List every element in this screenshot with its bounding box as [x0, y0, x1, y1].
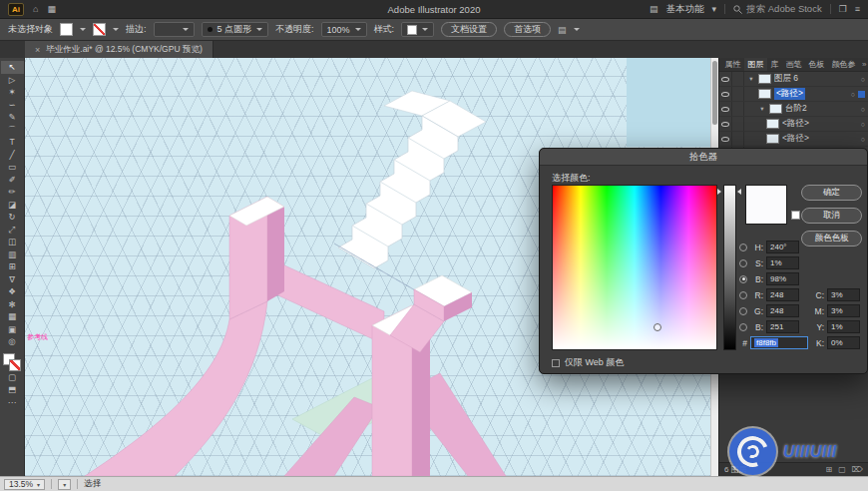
line-segment-tool[interactable]: ╱ — [1, 149, 24, 162]
fill-stroke-indicator[interactable] — [3, 353, 21, 371]
paintbrush-tool[interactable]: ✐ — [1, 174, 24, 187]
brightness-slider[interactable] — [723, 185, 736, 350]
stroke-none-icon[interactable] — [9, 359, 21, 371]
stroke-color-swatch[interactable] — [93, 23, 106, 36]
h-radio[interactable] — [739, 244, 747, 251]
pencil-tool[interactable]: ✏ — [1, 186, 24, 199]
eyedropper-tool[interactable]: ∇ — [1, 273, 24, 286]
opacity-dropdown[interactable]: 100% — [321, 22, 367, 37]
preferences-button[interactable]: 首选项 — [504, 22, 551, 37]
curvature-tool[interactable]: ⌒ — [1, 124, 24, 137]
layer-thumbnail[interactable] — [766, 119, 779, 129]
fill-dropdown-icon[interactable] — [80, 28, 86, 31]
magic-wand-tool[interactable]: ✶ — [1, 86, 24, 99]
symbol-sprayer-tool[interactable]: ✻ — [1, 298, 24, 311]
y-value-input[interactable]: 1% — [827, 320, 860, 333]
rectangle-tool[interactable]: ▭ — [1, 161, 24, 174]
align-options-icon[interactable]: ▤ — [558, 25, 567, 35]
fill-color-swatch[interactable] — [60, 23, 73, 36]
lock-column[interactable] — [735, 72, 744, 86]
scale-tool[interactable]: ⤢ — [1, 224, 24, 237]
color-swatches-button[interactable]: 颜色色板 — [801, 231, 862, 246]
brush-definition-dropdown[interactable]: 5 点圆形 — [202, 22, 269, 37]
delete-layer-icon[interactable]: ⌦ — [852, 465, 863, 474]
rotate-tool[interactable]: ↻ — [1, 211, 24, 224]
layer-thumbnail[interactable] — [766, 134, 779, 144]
layer-name[interactable]: <路径> — [782, 118, 858, 130]
k-value-input[interactable]: 0% — [827, 336, 860, 349]
b2-radio[interactable] — [739, 323, 747, 331]
dialog-title[interactable]: 拾色器 — [540, 149, 867, 166]
tab-color-guide[interactable]: 颜色参 — [828, 58, 859, 71]
tab-brushes[interactable]: 画笔 — [782, 58, 805, 71]
home-icon[interactable]: ⌂ — [33, 4, 38, 14]
screen-mode-icon[interactable]: ⬒ — [1, 383, 24, 396]
illustrator-app-icon[interactable]: Ai — [8, 3, 24, 16]
layer-row[interactable]: ▾ 台阶2 ○ — [719, 102, 868, 117]
blend-tool[interactable]: ❖ — [1, 285, 24, 298]
s-value-input[interactable]: 1% — [766, 256, 799, 269]
tab-properties[interactable]: 属性 — [721, 58, 744, 71]
layer-row[interactable]: <路径> ○ — [719, 117, 868, 132]
web-colors-checkbox[interactable] — [552, 359, 560, 367]
layer-row[interactable]: <路径> ○ — [719, 87, 868, 102]
cancel-button[interactable]: 取消 — [801, 208, 862, 224]
type-tool[interactable]: T — [1, 136, 24, 149]
workspace-switcher[interactable]: 基本功能 — [666, 3, 704, 16]
layer-thumbnail[interactable] — [758, 89, 771, 99]
eraser-tool[interactable]: ◪ — [1, 199, 24, 212]
selection-tool[interactable]: ↖ — [1, 61, 24, 74]
document-setup-button[interactable]: 文档设置 — [441, 22, 497, 37]
visibility-toggle[interactable] — [719, 72, 732, 86]
target-circle-icon[interactable]: ○ — [861, 76, 865, 83]
zoom-tool[interactable]: ◎ — [1, 335, 24, 348]
visibility-toggle[interactable] — [719, 117, 732, 131]
stock-search[interactable]: 搜索 Adobe Stock — [733, 3, 822, 16]
target-circle-icon[interactable]: ○ — [861, 136, 865, 143]
menu-list-icon[interactable]: ≡ — [855, 4, 860, 14]
target-circle-icon[interactable]: ○ — [861, 121, 865, 128]
target-circle-icon[interactable]: ○ — [851, 91, 855, 98]
lock-column[interactable] — [735, 117, 744, 131]
layer-thumbnail[interactable] — [769, 104, 782, 114]
lock-column[interactable] — [735, 132, 744, 146]
gradient-tool[interactable]: ▥ — [1, 248, 24, 261]
more-options-icon[interactable]: ⋯ — [1, 396, 24, 409]
target-circle-icon[interactable]: ○ — [861, 106, 865, 113]
tab-libraries[interactable]: 库 — [767, 58, 782, 71]
expand-triangle-icon[interactable]: ▾ — [758, 105, 766, 113]
visibility-toggle[interactable] — [719, 132, 732, 146]
layer-row[interactable]: <路径> ○ — [719, 132, 868, 147]
color-field[interactable] — [552, 185, 717, 350]
visibility-toggle[interactable] — [719, 102, 732, 116]
grid-icon[interactable]: ▦ — [47, 4, 56, 14]
artboard-tool[interactable]: ▣ — [1, 323, 24, 336]
layer-row[interactable]: ▾ 图层 6 ○ — [719, 72, 868, 87]
slider-arrow-left-icon[interactable] — [717, 189, 721, 195]
graph-tool[interactable]: ▦ — [1, 310, 24, 323]
g-value-input[interactable]: 248 — [766, 304, 799, 317]
workspace-icon[interactable]: ▤ — [650, 4, 658, 14]
slider-arrow-right-icon[interactable] — [737, 189, 741, 195]
b2-value-input[interactable]: 251 — [766, 320, 799, 333]
direct-selection-tool[interactable]: ▷ — [1, 74, 24, 87]
draw-mode-icon[interactable]: ▢ — [1, 371, 24, 384]
g-radio[interactable] — [739, 307, 747, 315]
color-field-marker[interactable] — [653, 323, 661, 331]
r-value-input[interactable]: 248 — [766, 288, 799, 301]
lock-column[interactable] — [735, 102, 744, 116]
scrollbar-thumb[interactable] — [712, 61, 717, 125]
arrange-documents-icon[interactable]: ❐ — [839, 4, 847, 14]
mesh-tool[interactable]: ⊞ — [1, 260, 24, 273]
c-value-input[interactable]: 3% — [827, 288, 860, 301]
stroke-dropdown-icon[interactable] — [113, 28, 119, 31]
zoom-dropdown[interactable]: 13.5% ▾ — [4, 479, 45, 490]
artboard-nav-dropdown[interactable]: ▾ — [58, 479, 71, 490]
new-layer-icon[interactable]: ▢ — [838, 465, 846, 474]
tab-swatches[interactable]: 色板 — [805, 58, 828, 71]
shape-builder-tool[interactable]: ◫ — [1, 236, 24, 248]
pen-tool[interactable]: ✎ — [1, 111, 24, 124]
h-value-input[interactable]: 240° — [766, 241, 799, 253]
b-value-input[interactable]: 98% — [766, 272, 799, 285]
expand-triangle-icon[interactable]: ▾ — [747, 75, 755, 83]
